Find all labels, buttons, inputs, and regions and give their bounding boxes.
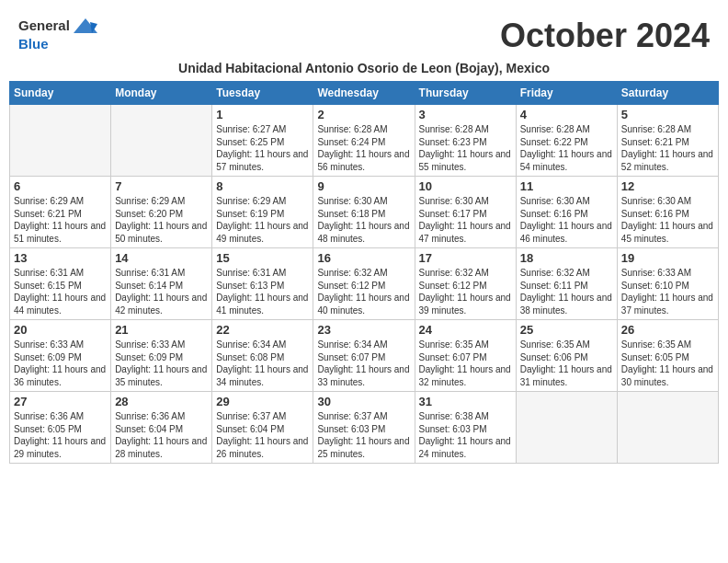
logo-text: General Blue [18, 17, 97, 52]
day-number: 28 [115, 395, 208, 408]
calendar-week-row: 20Sunrise: 6:33 AM Sunset: 6:09 PM Dayli… [10, 320, 719, 392]
calendar-cell: 4Sunrise: 6:28 AM Sunset: 6:22 PM Daylig… [516, 105, 617, 177]
day-number: 16 [317, 251, 410, 265]
day-info: Sunrise: 6:36 AM Sunset: 6:05 PM Dayligh… [14, 410, 107, 460]
day-info: Sunrise: 6:29 AM Sunset: 6:20 PM Dayligh… [115, 195, 208, 245]
day-number: 22 [216, 323, 309, 337]
calendar-cell [10, 105, 111, 177]
day-number: 23 [317, 323, 410, 337]
day-info: Sunrise: 6:30 AM Sunset: 6:18 PM Dayligh… [317, 195, 410, 245]
day-info: Sunrise: 6:31 AM Sunset: 6:14 PM Dayligh… [115, 267, 208, 316]
month-title: October 2024 [500, 17, 710, 55]
day-number: 12 [621, 179, 714, 193]
day-number: 20 [14, 323, 107, 337]
calendar-table: SundayMondayTuesdayWednesdayThursdayFrid… [9, 81, 719, 464]
calendar-cell: 22Sunrise: 6:34 AM Sunset: 6:08 PM Dayli… [212, 320, 313, 392]
day-number: 10 [419, 179, 512, 193]
day-info: Sunrise: 6:30 AM Sunset: 6:16 PM Dayligh… [621, 195, 714, 245]
logo-blue: Blue [18, 37, 97, 52]
calendar-cell: 29Sunrise: 6:37 AM Sunset: 6:04 PM Dayli… [212, 392, 313, 464]
weekday-header: Sunday [10, 82, 111, 105]
weekday-header: Saturday [617, 82, 718, 105]
calendar-cell: 11Sunrise: 6:30 AM Sunset: 6:16 PM Dayli… [516, 177, 617, 248]
calendar-cell: 13Sunrise: 6:31 AM Sunset: 6:15 PM Dayli… [10, 248, 111, 320]
day-number: 6 [14, 179, 107, 193]
calendar-cell [111, 105, 212, 177]
day-info: Sunrise: 6:31 AM Sunset: 6:13 PM Dayligh… [216, 267, 309, 316]
weekday-header: Tuesday [212, 82, 313, 105]
day-info: Sunrise: 6:32 AM Sunset: 6:12 PM Dayligh… [419, 267, 512, 316]
calendar-cell: 27Sunrise: 6:36 AM Sunset: 6:05 PM Dayli… [10, 392, 111, 464]
day-info: Sunrise: 6:28 AM Sunset: 6:21 PM Dayligh… [621, 123, 714, 173]
day-info: Sunrise: 6:29 AM Sunset: 6:21 PM Dayligh… [14, 195, 107, 245]
day-info: Sunrise: 6:30 AM Sunset: 6:16 PM Dayligh… [520, 195, 613, 245]
day-number: 14 [115, 251, 208, 265]
day-number: 4 [520, 108, 613, 121]
day-info: Sunrise: 6:28 AM Sunset: 6:22 PM Dayligh… [520, 123, 613, 173]
day-info: Sunrise: 6:37 AM Sunset: 6:03 PM Dayligh… [317, 410, 410, 460]
day-info: Sunrise: 6:37 AM Sunset: 6:04 PM Dayligh… [216, 410, 309, 460]
calendar-cell: 8Sunrise: 6:29 AM Sunset: 6:19 PM Daylig… [212, 177, 313, 248]
day-number: 24 [419, 323, 512, 337]
day-number: 25 [520, 323, 613, 337]
day-number: 8 [216, 179, 309, 193]
weekday-header: Monday [111, 82, 212, 105]
subtitle: Unidad Habitacional Antonio Osorio de Le… [9, 61, 719, 75]
day-number: 26 [621, 323, 714, 337]
day-number: 15 [216, 251, 309, 265]
calendar-cell: 15Sunrise: 6:31 AM Sunset: 6:13 PM Dayli… [212, 248, 313, 320]
calendar-cell: 12Sunrise: 6:30 AM Sunset: 6:16 PM Dayli… [617, 177, 718, 248]
header: General Blue October 2024 [9, 9, 719, 59]
day-info: Sunrise: 6:34 AM Sunset: 6:07 PM Dayligh… [317, 339, 410, 388]
calendar-week-row: 6Sunrise: 6:29 AM Sunset: 6:21 PM Daylig… [10, 177, 719, 248]
day-info: Sunrise: 6:33 AM Sunset: 6:10 PM Dayligh… [621, 267, 714, 316]
calendar-cell: 14Sunrise: 6:31 AM Sunset: 6:14 PM Dayli… [111, 248, 212, 320]
day-number: 21 [115, 323, 208, 337]
calendar-cell: 6Sunrise: 6:29 AM Sunset: 6:21 PM Daylig… [10, 177, 111, 248]
day-number: 30 [317, 395, 410, 408]
day-info: Sunrise: 6:27 AM Sunset: 6:25 PM Dayligh… [216, 123, 309, 173]
day-info: Sunrise: 6:35 AM Sunset: 6:05 PM Dayligh… [621, 339, 714, 388]
day-info: Sunrise: 6:32 AM Sunset: 6:11 PM Dayligh… [520, 267, 613, 316]
day-info: Sunrise: 6:29 AM Sunset: 6:19 PM Dayligh… [216, 195, 309, 245]
calendar-cell: 19Sunrise: 6:33 AM Sunset: 6:10 PM Dayli… [617, 248, 718, 320]
calendar-cell: 28Sunrise: 6:36 AM Sunset: 6:04 PM Dayli… [111, 392, 212, 464]
calendar-cell: 25Sunrise: 6:35 AM Sunset: 6:06 PM Dayli… [516, 320, 617, 392]
day-info: Sunrise: 6:34 AM Sunset: 6:08 PM Dayligh… [216, 339, 309, 388]
day-info: Sunrise: 6:28 AM Sunset: 6:23 PM Dayligh… [419, 123, 512, 173]
calendar-cell: 17Sunrise: 6:32 AM Sunset: 6:12 PM Dayli… [415, 248, 516, 320]
calendar-cell: 18Sunrise: 6:32 AM Sunset: 6:11 PM Dayli… [516, 248, 617, 320]
calendar-cell: 10Sunrise: 6:30 AM Sunset: 6:17 PM Dayli… [415, 177, 516, 248]
calendar-cell: 20Sunrise: 6:33 AM Sunset: 6:09 PM Dayli… [10, 320, 111, 392]
day-number: 29 [216, 395, 309, 408]
calendar-cell: 31Sunrise: 6:38 AM Sunset: 6:03 PM Dayli… [415, 392, 516, 464]
day-info: Sunrise: 6:38 AM Sunset: 6:03 PM Dayligh… [419, 410, 512, 460]
day-info: Sunrise: 6:35 AM Sunset: 6:06 PM Dayligh… [520, 339, 613, 388]
calendar-cell: 9Sunrise: 6:30 AM Sunset: 6:18 PM Daylig… [313, 177, 415, 248]
calendar-cell: 7Sunrise: 6:29 AM Sunset: 6:20 PM Daylig… [111, 177, 212, 248]
calendar-cell: 3Sunrise: 6:28 AM Sunset: 6:23 PM Daylig… [415, 105, 516, 177]
calendar-cell: 16Sunrise: 6:32 AM Sunset: 6:12 PM Dayli… [313, 248, 415, 320]
calendar-cell [516, 392, 617, 464]
day-number: 3 [419, 108, 512, 121]
calendar-header-row: SundayMondayTuesdayWednesdayThursdayFrid… [10, 82, 719, 105]
calendar-cell: 1Sunrise: 6:27 AM Sunset: 6:25 PM Daylig… [212, 105, 313, 177]
day-info: Sunrise: 6:31 AM Sunset: 6:15 PM Dayligh… [14, 267, 107, 316]
day-number: 27 [14, 395, 107, 408]
weekday-header: Wednesday [313, 82, 415, 105]
day-number: 13 [14, 251, 107, 265]
day-info: Sunrise: 6:36 AM Sunset: 6:04 PM Dayligh… [115, 410, 208, 460]
day-number: 11 [520, 179, 613, 193]
day-info: Sunrise: 6:35 AM Sunset: 6:07 PM Dayligh… [419, 339, 512, 388]
calendar-cell: 23Sunrise: 6:34 AM Sunset: 6:07 PM Dayli… [313, 320, 415, 392]
day-number: 2 [317, 108, 410, 121]
day-info: Sunrise: 6:28 AM Sunset: 6:24 PM Dayligh… [317, 123, 410, 173]
calendar-cell: 5Sunrise: 6:28 AM Sunset: 6:21 PM Daylig… [617, 105, 718, 177]
calendar-cell: 30Sunrise: 6:37 AM Sunset: 6:03 PM Dayli… [313, 392, 415, 464]
day-number: 19 [621, 251, 714, 265]
weekday-header: Friday [516, 82, 617, 105]
day-number: 17 [419, 251, 512, 265]
calendar-cell: 26Sunrise: 6:35 AM Sunset: 6:05 PM Dayli… [617, 320, 718, 392]
calendar-cell: 24Sunrise: 6:35 AM Sunset: 6:07 PM Dayli… [415, 320, 516, 392]
logo: General Blue [18, 17, 97, 52]
